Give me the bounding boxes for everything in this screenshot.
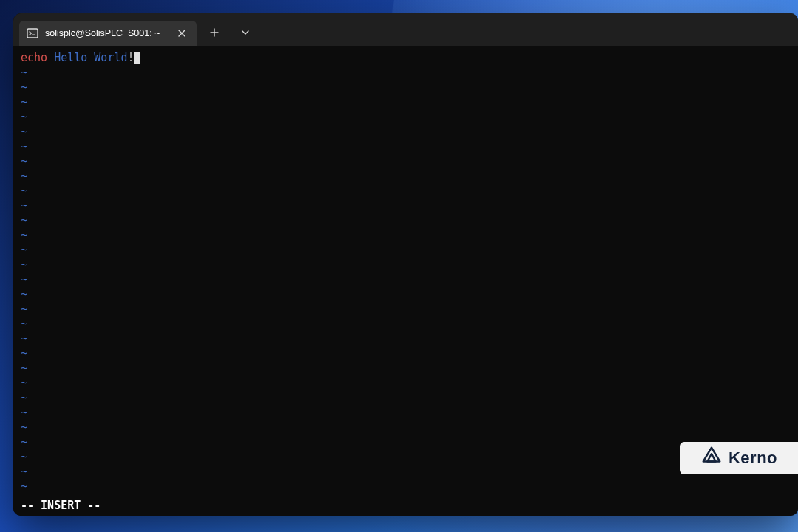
editor-token: [47, 51, 54, 64]
editor-token: Hello: [54, 51, 87, 64]
new-tab-button[interactable]: [201, 21, 228, 44]
empty-line-marker: ~: [21, 228, 791, 242]
empty-line-marker: ~: [21, 331, 791, 346]
tab-active[interactable]: solisplc@SolisPLC_S001: ~: [19, 21, 197, 46]
tab-title: solisplc@SolisPLC_S001: ~: [45, 28, 168, 38]
svg-rect-0: [27, 29, 38, 38]
empty-line-marker: ~: [21, 405, 791, 420]
empty-line-marker: ~: [21, 154, 791, 168]
empty-line-marker: ~: [21, 287, 791, 301]
empty-line-marker: ~: [21, 301, 791, 316]
empty-line-marker: ~: [21, 257, 791, 272]
empty-line-marker: ~: [21, 124, 791, 139]
empty-line-marker: ~: [21, 213, 791, 228]
empty-line-marker: ~: [21, 479, 791, 494]
empty-line-marker: ~: [21, 139, 791, 154]
text-cursor: [134, 52, 140, 64]
empty-line-marker: ~: [21, 390, 791, 405]
tilde-lines: ~~~~~~~~~~~~~~~~~~~~~~~~~~~~~: [21, 65, 791, 494]
empty-line-marker: ~: [21, 183, 791, 198]
empty-line-marker: ~: [21, 168, 791, 183]
empty-line-marker: ~: [21, 198, 791, 213]
empty-line-marker: ~: [21, 346, 791, 361]
tab-close-button[interactable]: [174, 26, 189, 41]
empty-line-marker: ~: [21, 464, 791, 479]
empty-line-marker: ~: [21, 109, 791, 124]
titlebar: solisplc@SolisPLC_S001: ~: [13, 13, 798, 46]
editor-token: !: [128, 51, 134, 64]
editor-line: echo Hello World!: [21, 50, 791, 65]
empty-line-marker: ~: [21, 361, 791, 375]
empty-line-marker: ~: [21, 316, 791, 331]
tab-dropdown-button[interactable]: [232, 21, 259, 44]
empty-line-marker: ~: [21, 434, 791, 449]
empty-line-marker: ~: [21, 420, 791, 434]
terminal-icon: [27, 27, 38, 39]
empty-line-marker: ~: [21, 449, 791, 464]
watermark-text: Kerno: [729, 449, 777, 468]
editor-token: echo: [21, 51, 47, 64]
empty-line-marker: ~: [21, 375, 791, 390]
empty-line-marker: ~: [21, 65, 791, 80]
terminal-window: solisplc@SolisPLC_S001: ~: [13, 13, 798, 516]
empty-line-marker: ~: [21, 95, 791, 109]
empty-line-marker: ~: [21, 242, 791, 257]
kerno-logo-icon: [700, 445, 723, 471]
empty-line-marker: ~: [21, 272, 791, 287]
editor-token: World: [94, 51, 127, 64]
watermark-badge: Kerno: [680, 442, 798, 474]
empty-line-marker: ~: [21, 80, 791, 95]
vim-mode-indicator: -- INSERT --: [21, 498, 100, 513]
editor-token: [87, 51, 94, 64]
